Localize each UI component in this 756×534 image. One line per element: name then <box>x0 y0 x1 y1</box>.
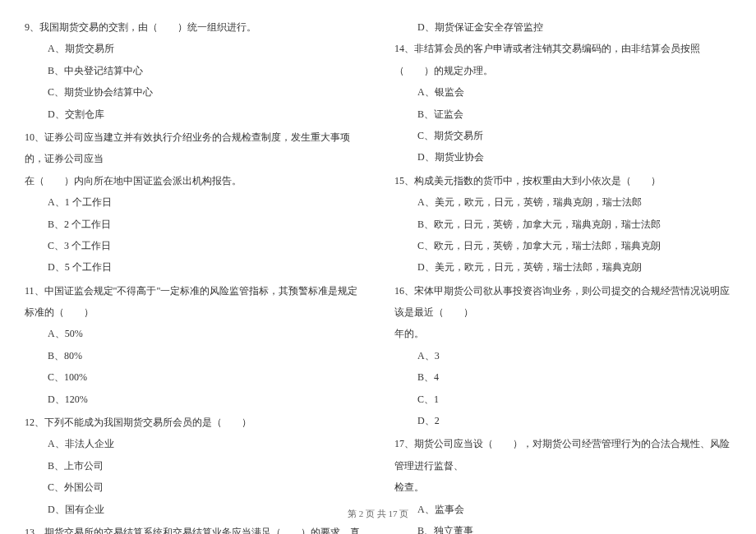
question-text-line2: 年的。 <box>394 323 731 344</box>
option-d: D、5 个工作日 <box>25 256 362 278</box>
question-11: 11、中国证监会规定"不得高于"一定标准的风险监管指标，其预警标准是规定标准的（… <box>25 280 362 410</box>
question-text-line1: 13、期货交易所的交易结算系统和交易结算业务应当满足（ ）的要求，真实、准确和完… <box>25 522 362 534</box>
question-13: 13、期货交易所的交易结算系统和交易结算业务应当满足（ ）的要求，真实、准确和完… <box>25 522 362 534</box>
option-b: B、中央登记结算中心 <box>25 60 362 81</box>
option-c: C、期货交易所 <box>394 125 731 146</box>
option-d-q13: D、期货保证金安全存管监控 <box>394 16 731 38</box>
question-text-line1: 10、证券公司应当建立并有效执行介绍业务的合规检查制度，发生重大事项的，证券公司… <box>25 127 362 170</box>
option-d: D、120% <box>25 389 362 410</box>
option-b: B、80% <box>25 345 362 366</box>
option-b: B、上市公司 <box>25 455 362 476</box>
option-d: D、2 <box>394 410 731 431</box>
option-a: A、50% <box>25 323 362 344</box>
right-column: D、期货保证金安全存管监控 14、非结算会员的客户申请或者注销其交易编码的，由非… <box>394 16 731 501</box>
two-column-layout: 9、我国期货交易的交割，由（ ）统一组织进行。 A、期货交易所 B、中央登记结算… <box>25 16 731 501</box>
option-a: A、期货交易所 <box>25 38 362 59</box>
option-b: B、2 个工作日 <box>25 214 362 235</box>
question-14: 14、非结算会员的客户申请或者注销其交易编码的，由非结算会员按照（ ）的规定办理… <box>394 38 731 168</box>
option-a: A、非法人企业 <box>25 433 362 454</box>
question-text-line2: 检查。 <box>394 476 731 498</box>
question-text: 12、下列不能成为我国期货交易所会员的是（ ） <box>25 412 362 433</box>
question-text: 15、构成美元指数的货币中，按权重由大到小依次是（ ） <box>394 170 731 191</box>
option-b: B、独立董事 <box>394 520 731 534</box>
question-text: 11、中国证监会规定"不得高于"一定标准的风险监管指标，其预警标准是规定标准的（… <box>25 280 362 324</box>
question-9: 9、我国期货交易的交割，由（ ）统一组织进行。 A、期货交易所 B、中央登记结算… <box>25 16 362 125</box>
option-d: D、期货业协会 <box>394 146 731 168</box>
option-c: C、1 <box>394 389 731 410</box>
option-a: A、1 个工作日 <box>25 191 362 213</box>
left-column: 9、我国期货交易的交割，由（ ）统一组织进行。 A、期货交易所 B、中央登记结算… <box>25 16 362 501</box>
option-c: C、欧元，日元，英镑，加拿大元，瑞士法郎，瑞典克朗 <box>394 235 731 256</box>
question-10: 10、证券公司应当建立并有效执行介绍业务的合规检查制度，发生重大事项的，证券公司… <box>25 127 362 279</box>
option-d: D、美元，欧元，日元，英镑，瑞士法郎，瑞典克朗 <box>394 256 731 278</box>
option-a: A、监事会 <box>394 499 731 520</box>
option-d: D、国有企业 <box>25 499 362 520</box>
question-text: 9、我国期货交易的交割，由（ ）统一组织进行。 <box>25 16 362 38</box>
option-b: B、4 <box>394 366 731 388</box>
option-a: A、3 <box>394 345 731 366</box>
option-c: C、100% <box>25 366 362 388</box>
option-b: B、欧元，日元，英镑，加拿大元，瑞典克朗，瑞士法郎 <box>394 214 731 235</box>
question-text-line1: 17、期货公司应当设（ ），对期货公司经营管理行为的合法合规性、风险管理进行监督… <box>394 433 731 476</box>
option-c: C、外国公司 <box>25 476 362 498</box>
option-a: A、美元，欧元，日元，英镑，瑞典克朗，瑞士法郎 <box>394 191 731 213</box>
option-c: C、3 个工作日 <box>25 235 362 256</box>
question-text: 14、非结算会员的客户申请或者注销其交易编码的，由非结算会员按照（ ）的规定办理… <box>394 38 731 81</box>
option-a: A、银监会 <box>394 81 731 103</box>
question-text-line1: 16、宋体甲期货公司欲从事投资咨询业务，则公司提交的合规经营情况说明应该是最近（… <box>394 280 731 324</box>
question-12: 12、下列不能成为我国期货交易所会员的是（ ） A、非法人企业 B、上市公司 C… <box>25 412 362 520</box>
question-text-line2: 在（ ）内向所在地中国证监会派出机构报告。 <box>25 170 362 191</box>
question-16: 16、宋体甲期货公司欲从事投资咨询业务，则公司提交的合规经营情况说明应该是最近（… <box>394 280 731 432</box>
option-b: B、证监会 <box>394 104 731 125</box>
option-c: C、期货业协会结算中心 <box>25 81 362 103</box>
question-15: 15、构成美元指数的货币中，按权重由大到小依次是（ ） A、美元，欧元，日元，英… <box>394 170 731 279</box>
option-d: D、交割仓库 <box>25 104 362 125</box>
question-17: 17、期货公司应当设（ ），对期货公司经营管理行为的合法合规性、风险管理进行监督… <box>394 433 731 534</box>
